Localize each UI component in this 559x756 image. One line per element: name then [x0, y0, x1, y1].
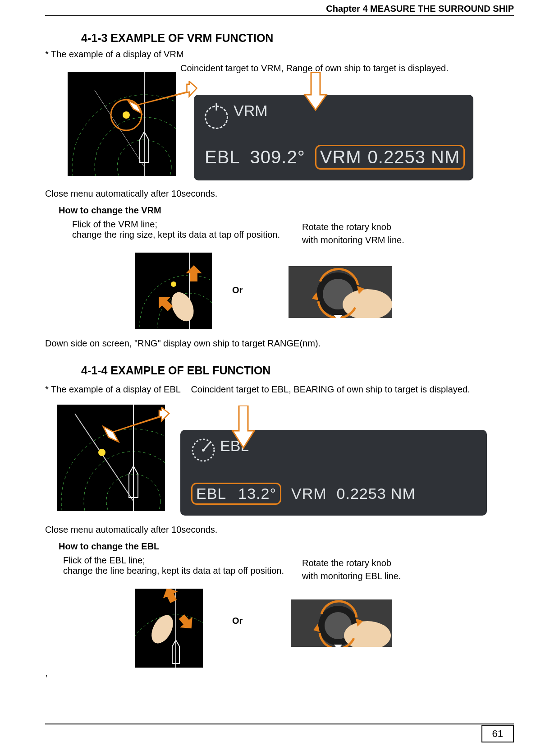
vrm-intro: * The example of a display of VRM	[45, 49, 514, 60]
radar-gesture-ebl	[135, 589, 203, 668]
vrm-value-highlight: VRM 0.2253 NM	[315, 145, 465, 170]
vrm-label-2: VRM	[291, 485, 327, 502]
vrm-flick-line1: Flick of the VRM line;	[72, 219, 298, 230]
vrm-ring-icon	[205, 106, 228, 129]
ebl-value-2: 13.2°	[238, 485, 276, 502]
ebl-rotate-line2: with monitoring EBL line.	[302, 571, 514, 581]
svg-marker-32	[103, 407, 169, 442]
svg-marker-14	[186, 265, 202, 281]
rotary-knob-ebl[interactable]	[291, 599, 392, 647]
svg-point-24	[84, 452, 165, 511]
or-label-vrm: Or	[232, 285, 243, 295]
ebl-value-highlight: EBL 13.2°	[191, 483, 281, 505]
svg-marker-33	[233, 406, 254, 448]
vrm-howto-title: How to change the VRM	[59, 205, 514, 216]
page-number: 61	[481, 725, 514, 742]
vrm-value-2: 0.2253 NM	[337, 485, 416, 502]
arrow-to-vrm-value-icon	[302, 72, 329, 113]
svg-marker-37	[160, 589, 181, 605]
svg-point-31	[202, 449, 205, 452]
radar-gesture-vrm	[135, 253, 212, 329]
vrm-value: 0.2253 NM	[368, 147, 460, 167]
section-title-ebl: 4-1-4 EXAMPLE OF EBL FUNCTION	[81, 364, 514, 377]
section-title-vrm: 4-1-3 EXAMPLE OF VRM FUNCTION	[81, 32, 514, 45]
ebl-rotate-line1: Rotate the rotary knob	[302, 558, 514, 568]
vrm-rotate-line2: with monitoring VRM line.	[302, 235, 514, 245]
rotary-knob-vrm[interactable]	[289, 266, 392, 318]
vrm-readout-panel: VRM EBL 309.2° VRM 0.2253 NM	[194, 95, 473, 180]
svg-marker-7	[128, 81, 197, 113]
svg-point-1	[95, 117, 176, 176]
footer-rule	[45, 724, 514, 724]
arrow-to-target-icon	[122, 81, 203, 117]
vrm-label: VRM	[320, 147, 362, 167]
ebl-intro: * The example of a display of EBL	[45, 384, 181, 395]
svg-point-12	[171, 281, 176, 287]
vrm-close-note: Close menu automatically after 10seconds…	[45, 189, 514, 199]
vrm-flick-line2: change the ring size, kept its data at t…	[72, 230, 298, 240]
svg-marker-8	[305, 72, 326, 110]
ebl-bearing-icon	[191, 438, 215, 462]
vrm-rotate-line1: Rotate the rotary knob	[302, 222, 514, 232]
vrm-box-title: VRM	[234, 102, 268, 120]
svg-point-36	[147, 612, 177, 647]
or-label-ebl: Or	[232, 616, 243, 626]
page-header: Chapter 4 MEASURE THE SURROUND SHIP	[326, 4, 514, 14]
arrow-to-ebl-value-icon	[230, 406, 257, 451]
ebl-annotation: Coincident target to EBL, BEARING of own…	[191, 384, 470, 395]
rng-note: Down side on screen, "RNG" display own s…	[45, 338, 514, 349]
ebl-flick-line1: Flick of the EBL line;	[63, 555, 298, 566]
ebl-close-note: Close menu automatically after 10seconds…	[45, 525, 514, 535]
header-rule	[45, 15, 514, 16]
ebl-value: 309.2°	[250, 147, 305, 167]
ebl-howto-title: How to change the EBL	[59, 541, 514, 552]
ebl-label: EBL	[205, 147, 240, 167]
ebl-label-2: EBL	[196, 485, 226, 502]
trailing-comma: ,	[45, 668, 514, 678]
ebl-readout-panel: EBL EBL 13.2° VRM 0.2253 NM	[180, 430, 487, 516]
svg-line-30	[203, 442, 211, 450]
ebl-flick-line2: change the line bearing, kept its data a…	[63, 566, 298, 576]
arrow-to-ebl-line-icon	[90, 407, 180, 452]
